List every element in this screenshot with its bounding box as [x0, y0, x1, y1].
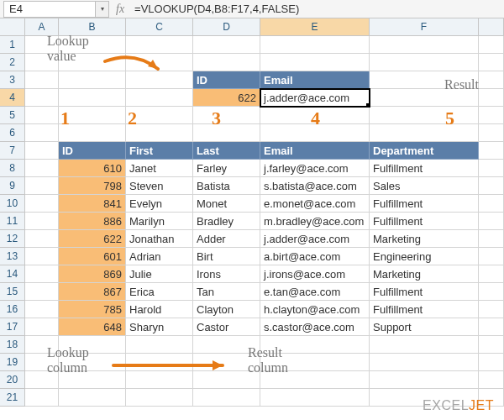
cell[interactable]	[126, 36, 193, 54]
table-cell[interactable]: 610	[59, 160, 126, 177]
cell[interactable]	[370, 107, 479, 124]
cell[interactable]	[25, 336, 59, 354]
cell[interactable]	[479, 318, 504, 336]
cell[interactable]	[479, 89, 504, 107]
cell[interactable]	[370, 354, 479, 371]
table-cell[interactable]: 841	[59, 195, 126, 213]
row-header-8[interactable]: 8	[0, 160, 25, 177]
cell[interactable]	[193, 36, 260, 54]
table-header[interactable]: First	[126, 142, 193, 160]
table-cell[interactable]: Fulfillment	[370, 195, 479, 213]
cell[interactable]	[479, 230, 504, 248]
cell[interactable]	[479, 177, 504, 195]
table-cell[interactable]: 869	[59, 265, 126, 283]
row-header-18[interactable]: 18	[0, 336, 25, 354]
table-cell[interactable]: Clayton	[193, 301, 260, 318]
fx-icon[interactable]: fx	[109, 3, 131, 16]
row-header-17[interactable]: 17	[0, 318, 25, 336]
cell[interactable]	[59, 389, 126, 407]
cell[interactable]	[25, 230, 59, 248]
cell[interactable]	[479, 36, 504, 54]
row-header-6[interactable]: 6	[0, 124, 25, 142]
cell[interactable]	[479, 107, 504, 124]
cell[interactable]	[370, 336, 479, 354]
select-all-corner[interactable]	[0, 18, 25, 36]
cell[interactable]	[193, 371, 260, 389]
table-cell[interactable]: Adrian	[126, 248, 193, 265]
lookup-header-id[interactable]: ID	[193, 71, 260, 89]
col-header-A[interactable]: A	[25, 18, 59, 36]
row-header-3[interactable]: 3	[0, 71, 25, 89]
table-cell[interactable]: 648	[59, 318, 126, 336]
table-cell[interactable]: Evelyn	[126, 195, 193, 213]
cell[interactable]	[479, 195, 504, 213]
cell[interactable]	[126, 124, 193, 142]
table-cell[interactable]: 867	[59, 283, 126, 301]
cell[interactable]	[126, 371, 193, 389]
cell[interactable]	[25, 142, 59, 160]
table-cell[interactable]: Support	[370, 318, 479, 336]
cell[interactable]	[25, 107, 59, 124]
cell[interactable]	[25, 36, 59, 54]
table-cell[interactable]: Engineering	[370, 248, 479, 265]
cell[interactable]	[126, 336, 193, 354]
cell[interactable]	[193, 389, 260, 407]
table-cell[interactable]: 886	[59, 213, 126, 230]
table-header[interactable]: ID	[59, 142, 126, 160]
table-cell[interactable]: Adder	[193, 230, 260, 248]
table-cell[interactable]: Steven	[126, 177, 193, 195]
cell[interactable]	[370, 71, 479, 89]
cell[interactable]	[25, 177, 59, 195]
cell[interactable]	[25, 265, 59, 283]
table-cell[interactable]: Sharyn	[126, 318, 193, 336]
row-header-9[interactable]: 9	[0, 177, 25, 195]
lookup-value-cell[interactable]: 622	[193, 89, 260, 107]
table-cell[interactable]: j.farley@ace.com	[260, 160, 370, 177]
cell[interactable]	[25, 318, 59, 336]
table-cell[interactable]: Fulfillment	[370, 301, 479, 318]
cell[interactable]	[193, 336, 260, 354]
table-cell[interactable]: Castor	[193, 318, 260, 336]
cell[interactable]	[193, 54, 260, 71]
cell[interactable]	[479, 124, 504, 142]
table-cell[interactable]: Marketing	[370, 265, 479, 283]
cell[interactable]	[479, 160, 504, 177]
row-header-19[interactable]: 19	[0, 354, 25, 371]
cell[interactable]	[479, 54, 504, 71]
cell[interactable]	[479, 248, 504, 265]
table-cell[interactable]: Farley	[193, 160, 260, 177]
cell[interactable]	[25, 248, 59, 265]
col-header-B[interactable]: B	[59, 18, 126, 36]
table-cell[interactable]: Irons	[193, 265, 260, 283]
cell[interactable]	[59, 36, 126, 54]
row-header-11[interactable]: 11	[0, 213, 25, 230]
cell[interactable]	[479, 71, 504, 89]
selection-handle[interactable]	[366, 103, 370, 107]
table-cell[interactable]: 622	[59, 230, 126, 248]
cell[interactable]	[260, 389, 370, 407]
row-header-4[interactable]: 4	[0, 89, 25, 107]
table-cell[interactable]: Julie	[126, 265, 193, 283]
cell[interactable]	[193, 107, 260, 124]
cell[interactable]	[479, 354, 504, 371]
cell[interactable]	[260, 54, 370, 71]
table-cell[interactable]: Tan	[193, 283, 260, 301]
row-header-13[interactable]: 13	[0, 248, 25, 265]
row-header-21[interactable]: 21	[0, 389, 25, 407]
cell[interactable]	[260, 336, 370, 354]
cell[interactable]	[126, 89, 193, 107]
table-cell[interactable]: Marilyn	[126, 213, 193, 230]
table-cell[interactable]: 785	[59, 301, 126, 318]
cell[interactable]	[479, 142, 504, 160]
col-header-D[interactable]: D	[193, 18, 260, 36]
table-cell[interactable]: Harold	[126, 301, 193, 318]
cell[interactable]	[59, 54, 126, 71]
cell[interactable]	[25, 89, 59, 107]
cell[interactable]	[126, 54, 193, 71]
cell[interactable]	[126, 354, 193, 371]
cell[interactable]	[25, 195, 59, 213]
cell[interactable]	[479, 213, 504, 230]
cell[interactable]	[260, 354, 370, 371]
table-header[interactable]: Last	[193, 142, 260, 160]
col-header-extra[interactable]	[479, 18, 504, 36]
